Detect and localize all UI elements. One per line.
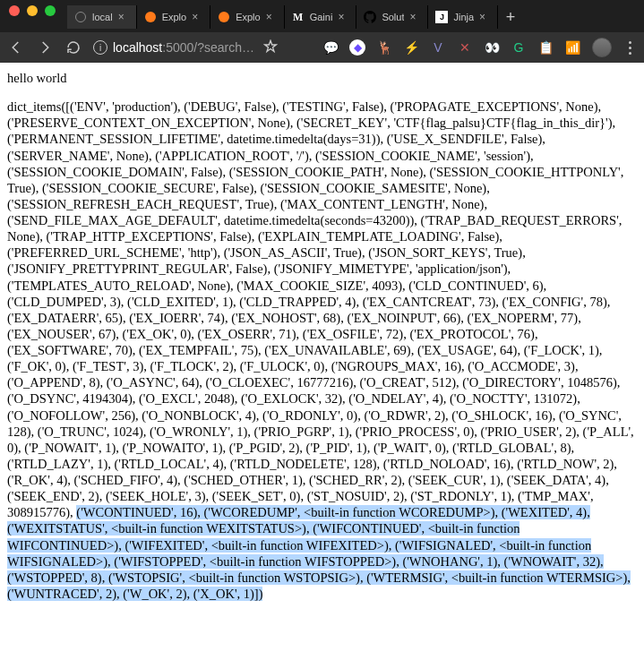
tab-close-icon[interactable]: × bbox=[338, 12, 348, 22]
address-bar: i localhost:5000/?search… 💬◆🦌⚡V✕👀G📋📶 bbox=[0, 32, 644, 63]
tab-title: local bbox=[92, 12, 113, 22]
url-host: localhost bbox=[113, 40, 162, 55]
tab-5[interactable]: JJinja× bbox=[428, 5, 498, 29]
tab-favicon-orange-icon bbox=[144, 11, 157, 23]
extension-icon-7[interactable]: G bbox=[510, 39, 528, 56]
url-port: :5000 bbox=[162, 40, 193, 55]
back-button[interactable] bbox=[7, 39, 25, 56]
extension-icon-0[interactable]: 💬 bbox=[322, 39, 339, 56]
extension-icon-2[interactable]: 🦌 bbox=[375, 39, 393, 56]
extension-icon-3[interactable]: ⚡ bbox=[402, 39, 420, 56]
url-box[interactable]: i localhost:5000/?search… bbox=[93, 39, 278, 56]
new-tab-button[interactable]: + bbox=[498, 8, 523, 27]
menu-button[interactable] bbox=[623, 41, 637, 55]
tab-close-icon[interactable]: × bbox=[266, 12, 277, 22]
forward-button[interactable] bbox=[36, 39, 54, 56]
extension-icon-9[interactable]: 📶 bbox=[563, 39, 581, 56]
extension-icon-6[interactable]: 👀 bbox=[483, 39, 501, 56]
site-info-icon[interactable]: i bbox=[93, 40, 107, 55]
browser-chrome: local×Explo×Explo×MGaini×Solut×JJinja×+ … bbox=[0, 0, 644, 63]
tab-bar: local×Explo×Explo×MGaini×Solut×JJinja×+ bbox=[0, 2, 644, 32]
url-path: /?search… bbox=[193, 40, 254, 55]
greeting-text: hello world bbox=[7, 70, 637, 86]
tab-favicon-jinja-icon: J bbox=[435, 11, 448, 23]
tab-close-icon[interactable]: × bbox=[118, 12, 129, 22]
tab-3[interactable]: MGaini× bbox=[285, 5, 357, 29]
dict-prefix: dict_items([('ENV', 'production'), ('DEB… bbox=[7, 99, 634, 519]
tab-close-icon[interactable]: × bbox=[192, 12, 202, 22]
tab-2[interactable]: Explo× bbox=[210, 5, 285, 29]
tab-favicon-globe-icon bbox=[74, 11, 87, 23]
extension-icon-1[interactable]: ◆ bbox=[348, 39, 366, 56]
extension-icon-4[interactable]: V bbox=[429, 39, 447, 56]
window-minimize-dot[interactable] bbox=[27, 5, 38, 16]
extension-icons: 💬◆🦌⚡V✕👀G📋📶 bbox=[322, 39, 581, 56]
tab-4[interactable]: Solut× bbox=[356, 5, 428, 29]
extension-icon-5[interactable]: ✕ bbox=[456, 39, 474, 56]
tab-favicon-github-icon bbox=[364, 11, 376, 23]
window-close-dot[interactable] bbox=[9, 5, 20, 16]
tab-close-icon[interactable]: × bbox=[409, 12, 420, 22]
window-zoom-dot[interactable] bbox=[45, 5, 56, 16]
tab-title: Explo bbox=[236, 12, 261, 22]
extension-icon-8[interactable]: 📋 bbox=[537, 39, 554, 56]
tab-favicon-orange-icon bbox=[218, 11, 230, 23]
tab-title: Gaini bbox=[310, 12, 333, 22]
dict-highlighted[interactable]: ('WCONTINUED', 16), ('WCOREDUMP', <built… bbox=[7, 505, 631, 601]
profile-avatar[interactable] bbox=[592, 38, 612, 57]
tab-title: Solut bbox=[382, 12, 404, 22]
tab-favicon-m-icon: M bbox=[292, 11, 305, 23]
dict-dump: dict_items([('ENV', 'production'), ('DEB… bbox=[7, 99, 637, 602]
tab-1[interactable]: Explo× bbox=[137, 5, 211, 29]
page-content: hello world dict_items([('ENV', 'product… bbox=[0, 63, 644, 660]
reload-button[interactable] bbox=[64, 39, 82, 56]
tab-title: Explo bbox=[162, 12, 187, 22]
tab-close-icon[interactable]: × bbox=[479, 12, 490, 22]
bookmark-star-icon[interactable] bbox=[263, 39, 278, 56]
tab-0[interactable]: local× bbox=[67, 5, 137, 29]
tab-title: Jinja bbox=[453, 12, 474, 22]
